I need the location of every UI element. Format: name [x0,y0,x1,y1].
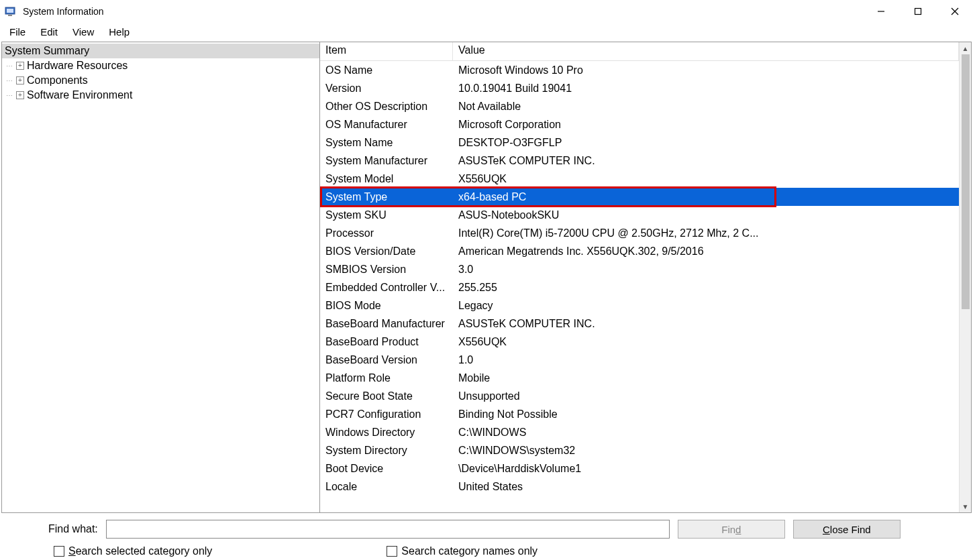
checkbox-icon [387,546,397,557]
table-row[interactable]: Version10.0.19041 Build 19041 [320,79,959,97]
cell-item: BaseBoard Product [320,336,453,348]
cell-item: Locale [320,481,453,493]
app-icon [4,5,17,18]
close-find-button[interactable]: Close Find [793,520,901,539]
table-row[interactable]: OS NameMicrosoft Windows 10 Pro [320,61,959,79]
table-rows[interactable]: OS NameMicrosoft Windows 10 ProVersion10… [320,61,959,512]
cell-item: BaseBoard Manufacturer [320,318,453,330]
table-row[interactable]: System ModelX556UQK [320,170,959,188]
column-header-value[interactable]: Value [453,42,959,60]
menu-bar: File Edit View Help [0,23,973,40]
cell-item: Windows Directory [320,427,453,439]
table-row[interactable]: System NameDESKTOP-O3FGFLP [320,133,959,152]
details-pane: Item Value OS NameMicrosoft Windows 10 P… [320,42,971,512]
table-row[interactable]: Secure Boot StateUnsupported [320,387,959,405]
close-button[interactable] [936,0,973,23]
cell-item: System Manufacturer [320,155,453,167]
cell-item: SMBIOS Version [320,264,453,276]
system-information-window: System Information File Edit View Help S… [0,0,973,560]
column-header-item[interactable]: Item [320,42,453,60]
table-row[interactable]: BaseBoard ProductX556UQK [320,333,959,351]
cell-value: 10.0.19041 Build 19041 [453,82,959,95]
checkbox-icon [54,546,64,557]
cell-item: System Directory [320,445,453,457]
menu-help[interactable]: Help [102,25,136,39]
expand-icon[interactable]: + [16,91,24,99]
cell-item: Platform Role [320,372,453,384]
table-row[interactable]: SMBIOS Version3.0 [320,260,959,278]
find-button[interactable]: Find [678,520,785,539]
cell-item: Other OS Description [320,101,453,113]
cell-item: Processor [320,227,453,239]
cell-item: Boot Device [320,463,453,475]
tree-item-components[interactable]: ⋯ + Components [2,73,319,88]
scroll-down-icon[interactable]: ▼ [960,500,971,512]
cell-value: ASUS-NotebookSKU [453,209,959,221]
cell-value: 255.255 [453,282,959,294]
find-input[interactable] [106,520,670,539]
cell-item: BIOS Mode [320,300,453,312]
table-row[interactable]: BIOS ModeLegacy [320,296,959,315]
cell-item: System Name [320,137,453,149]
cell-item: OS Name [320,64,453,76]
expand-icon[interactable]: + [16,62,24,70]
search-selected-category-checkbox[interactable]: Search selected category only [54,545,212,557]
table-header: Item Value [320,42,959,61]
table-row[interactable]: System ManufacturerASUSTeK COMPUTER INC. [320,152,959,170]
table-row[interactable]: Other OS DescriptionNot Available [320,97,959,115]
tree-connector-icon: ⋯ [6,77,12,85]
cell-value: Mobile [453,372,959,384]
cell-value: 3.0 [453,264,959,276]
table-row[interactable]: Boot Device\Device\HarddiskVolume1 [320,459,959,478]
checkbox-label: Search selected category only [68,545,212,557]
table-row[interactable]: Embedded Controller V...255.255 [320,278,959,296]
search-category-names-checkbox[interactable]: Search category names only [387,545,537,557]
cell-value: Microsoft Corporation [453,119,959,131]
cell-item: System Type [320,191,453,203]
menu-view[interactable]: View [66,25,101,39]
title-bar: System Information [0,0,973,23]
table-row[interactable]: BaseBoard ManufacturerASUSTeK COMPUTER I… [320,315,959,333]
tree-item-hardware-resources[interactable]: ⋯ + Hardware Resources [2,58,319,73]
tree-item-software-environment[interactable]: ⋯ + Software Environment [2,88,319,103]
tree-pane[interactable]: System Summary ⋯ + Hardware Resources ⋯ … [2,42,320,512]
cell-value: \Device\HarddiskVolume1 [453,463,959,475]
table-row[interactable]: BaseBoard Version1.0 [320,351,959,369]
table-row[interactable]: Windows DirectoryC:\WINDOWS [320,423,959,441]
expand-icon[interactable]: + [16,76,24,85]
checkbox-label: Search category names only [401,545,537,557]
table-row[interactable]: ProcessorIntel(R) Core(TM) i5-7200U CPU … [320,224,959,242]
tree-item-label: Software Environment [27,89,132,101]
cell-value: X556UQK [453,336,959,348]
find-options: Search selected category only Search cat… [8,545,965,557]
scroll-up-icon[interactable]: ▲ [960,42,971,54]
window-title: System Information [23,6,862,17]
svg-rect-1 [7,9,13,13]
maximize-button[interactable] [899,0,936,23]
cell-item: System Model [320,173,453,185]
table-row[interactable]: System DirectoryC:\WINDOWS\system32 [320,441,959,459]
cell-value: DESKTOP-O3FGFLP [453,137,959,149]
content-area: System Summary ⋯ + Hardware Resources ⋯ … [1,42,972,513]
table-row[interactable]: System Typex64-based PC [320,188,959,206]
cell-value: ASUSTeK COMPUTER INC. [453,155,959,167]
table-row[interactable]: BIOS Version/DateAmerican Megatrends Inc… [320,242,959,260]
table-row[interactable]: LocaleUnited States [320,478,959,496]
tree-root-system-summary[interactable]: System Summary [2,44,319,58]
menu-edit[interactable]: Edit [34,25,64,39]
vertical-scrollbar[interactable]: ▲ ▼ [959,42,971,512]
cell-item: OS Manufacturer [320,119,453,131]
menu-file[interactable]: File [3,25,32,39]
table-row[interactable]: System SKUASUS-NotebookSKU [320,206,959,224]
cell-value: Legacy [453,300,959,312]
table-row[interactable]: OS ManufacturerMicrosoft Corporation [320,115,959,133]
scrollbar-thumb[interactable] [962,54,970,309]
cell-value: X556UQK [453,173,959,185]
cell-value: Unsupported [453,390,959,402]
details-table: Item Value OS NameMicrosoft Windows 10 P… [320,42,959,512]
table-row[interactable]: PCR7 ConfigurationBinding Not Possible [320,405,959,423]
cell-value: Binding Not Possible [453,408,959,421]
find-row: Find what: Find Close Find [8,520,965,539]
minimize-button[interactable] [862,0,899,23]
table-row[interactable]: Platform RoleMobile [320,369,959,387]
